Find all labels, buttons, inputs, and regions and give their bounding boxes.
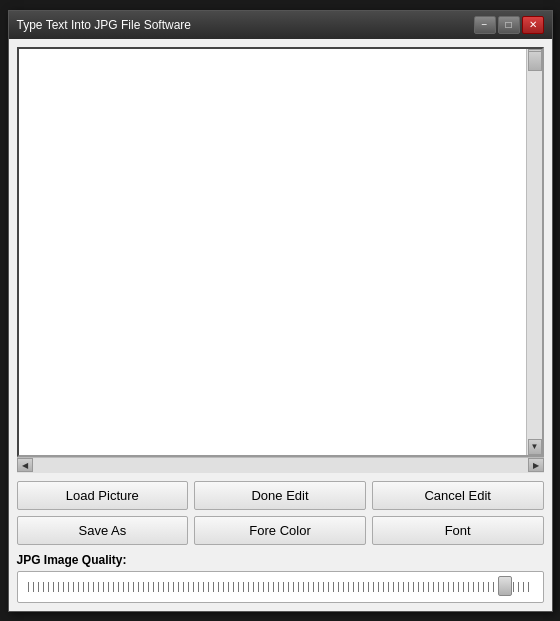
scroll-h-track[interactable] (33, 458, 528, 472)
save-as-button[interactable]: Save As (17, 516, 189, 545)
fore-color-button[interactable]: Fore Color (194, 516, 366, 545)
minimize-button[interactable]: − (474, 16, 496, 34)
done-edit-button[interactable]: Done Edit (194, 481, 366, 510)
quality-label: JPG Image Quality: (17, 553, 544, 567)
window-title: Type Text Into JPG File Software (17, 18, 192, 32)
window-controls: − □ ✕ (474, 16, 544, 34)
scroll-down-arrow[interactable]: ▼ (528, 439, 542, 455)
load-picture-button[interactable]: Load Picture (17, 481, 189, 510)
title-bar: Type Text Into JPG File Software − □ ✕ (9, 11, 552, 39)
scroll-v-thumb[interactable] (528, 51, 542, 71)
button-row-1: Load Picture Done Edit Cancel Edit (17, 481, 544, 510)
maximize-button[interactable]: □ (498, 16, 520, 34)
canvas-container: ▲ ▼ ◀ ▶ (17, 47, 544, 473)
button-row-2: Save As Fore Color Font (17, 516, 544, 545)
scroll-left-arrow[interactable]: ◀ (17, 458, 33, 472)
cancel-edit-button[interactable]: Cancel Edit (372, 481, 544, 510)
vertical-scrollbar[interactable]: ▲ ▼ (526, 49, 542, 455)
quality-section: JPG Image Quality: (17, 553, 544, 603)
slider-wrapper (24, 576, 537, 598)
font-button[interactable]: Font (372, 516, 544, 545)
quality-slider-container (17, 571, 544, 603)
scroll-right-arrow[interactable]: ▶ (528, 458, 544, 472)
quality-slider[interactable] (24, 576, 537, 596)
window-body: ▲ ▼ ◀ ▶ Load Picture Done Edit Cancel Ed… (9, 39, 552, 611)
button-panel: Load Picture Done Edit Cancel Edit Save … (17, 481, 544, 545)
image-canvas[interactable]: ▲ ▼ (17, 47, 544, 457)
horizontal-scrollbar[interactable]: ◀ ▶ (17, 457, 544, 473)
main-window: Type Text Into JPG File Software − □ ✕ ▲… (8, 10, 553, 612)
close-button[interactable]: ✕ (522, 16, 544, 34)
